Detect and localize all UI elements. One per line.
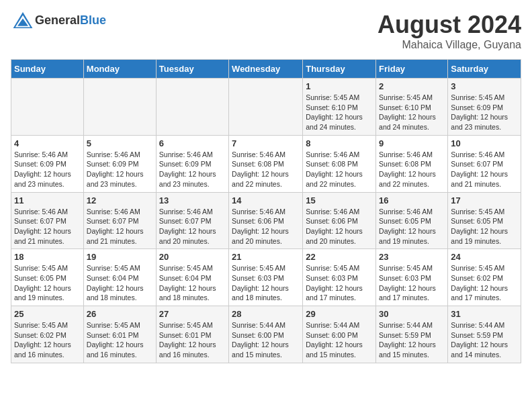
day-number: 15 [306, 195, 373, 205]
calendar-cell [229, 79, 303, 136]
calendar-cell: 20Sunrise: 5:45 AM Sunset: 6:04 PM Dayli… [156, 249, 228, 306]
day-number: 27 [159, 309, 226, 319]
day-header-monday: Monday [83, 60, 156, 79]
day-detail: Sunrise: 5:45 AM Sunset: 6:03 PM Dayligh… [232, 263, 300, 303]
day-detail: Sunrise: 5:45 AM Sunset: 6:05 PM Dayligh… [14, 263, 81, 303]
calendar-week-row: 1Sunrise: 5:45 AM Sunset: 6:10 PM Daylig… [11, 79, 521, 136]
day-detail: Sunrise: 5:45 AM Sunset: 6:09 PM Dayligh… [451, 93, 518, 132]
day-detail: Sunrise: 5:46 AM Sunset: 6:07 PM Dayligh… [159, 207, 226, 246]
calendar-cell: 10Sunrise: 5:46 AM Sunset: 6:07 PM Dayli… [448, 135, 521, 192]
calendar-cell: 13Sunrise: 5:46 AM Sunset: 6:07 PM Dayli… [156, 192, 228, 249]
page-header: GeneralBlue August 2024 Mahaica Village,… [11, 11, 521, 51]
day-number: 26 [87, 309, 153, 319]
calendar-cell: 2Sunrise: 5:45 AM Sunset: 6:10 PM Daylig… [376, 79, 448, 136]
calendar-cell: 27Sunrise: 5:45 AM Sunset: 6:01 PM Dayli… [156, 306, 228, 363]
title-block: August 2024 Mahaica Village, Guyana [378, 11, 521, 51]
day-header-tuesday: Tuesday [156, 60, 228, 79]
day-detail: Sunrise: 5:46 AM Sunset: 6:08 PM Dayligh… [379, 150, 445, 189]
day-number: 17 [451, 195, 518, 205]
day-number: 12 [87, 195, 153, 205]
day-detail: Sunrise: 5:45 AM Sunset: 6:02 PM Dayligh… [451, 263, 518, 303]
day-number: 16 [379, 195, 445, 205]
calendar-cell: 1Sunrise: 5:45 AM Sunset: 6:10 PM Daylig… [303, 79, 376, 136]
sub-title: Mahaica Village, Guyana [378, 39, 521, 51]
day-number: 24 [451, 252, 518, 262]
calendar-cell: 9Sunrise: 5:46 AM Sunset: 6:08 PM Daylig… [376, 135, 448, 192]
calendar-week-row: 25Sunrise: 5:45 AM Sunset: 6:02 PM Dayli… [11, 306, 521, 363]
day-detail: Sunrise: 5:45 AM Sunset: 6:05 PM Dayligh… [451, 207, 518, 246]
day-detail: Sunrise: 5:45 AM Sunset: 6:04 PM Dayligh… [87, 263, 153, 303]
calendar-week-row: 18Sunrise: 5:45 AM Sunset: 6:05 PM Dayli… [11, 249, 521, 306]
calendar-header-row: SundayMondayTuesdayWednesdayThursdayFrid… [11, 60, 521, 79]
day-number: 11 [14, 195, 81, 205]
day-detail: Sunrise: 5:45 AM Sunset: 6:01 PM Dayligh… [87, 320, 153, 360]
day-header-sunday: Sunday [11, 60, 84, 79]
day-detail: Sunrise: 5:44 AM Sunset: 6:00 PM Dayligh… [306, 320, 373, 360]
day-number: 21 [232, 252, 300, 262]
day-number: 22 [306, 252, 373, 262]
day-number: 23 [379, 252, 445, 262]
calendar-cell: 19Sunrise: 5:45 AM Sunset: 6:04 PM Dayli… [83, 249, 156, 306]
calendar-cell: 30Sunrise: 5:44 AM Sunset: 5:59 PM Dayli… [376, 306, 448, 363]
calendar-cell: 29Sunrise: 5:44 AM Sunset: 6:00 PM Dayli… [303, 306, 376, 363]
day-number: 13 [159, 195, 226, 205]
day-detail: Sunrise: 5:46 AM Sunset: 6:07 PM Dayligh… [451, 150, 518, 189]
calendar-cell: 15Sunrise: 5:46 AM Sunset: 6:06 PM Dayli… [303, 192, 376, 249]
calendar-cell [156, 79, 228, 136]
calendar-cell: 8Sunrise: 5:46 AM Sunset: 6:08 PM Daylig… [303, 135, 376, 192]
calendar-cell: 22Sunrise: 5:45 AM Sunset: 6:03 PM Dayli… [303, 249, 376, 306]
day-number: 30 [379, 309, 445, 319]
day-detail: Sunrise: 5:44 AM Sunset: 5:59 PM Dayligh… [379, 320, 445, 360]
day-number: 7 [232, 138, 300, 148]
calendar-table: SundayMondayTuesdayWednesdayThursdayFrid… [11, 59, 521, 363]
day-number: 29 [306, 309, 373, 319]
day-detail: Sunrise: 5:46 AM Sunset: 6:08 PM Dayligh… [232, 150, 300, 189]
day-number: 5 [87, 138, 153, 148]
day-number: 10 [451, 138, 518, 148]
day-number: 1 [306, 81, 373, 91]
calendar-cell: 3Sunrise: 5:45 AM Sunset: 6:09 PM Daylig… [448, 79, 521, 136]
day-number: 28 [232, 309, 300, 319]
calendar-cell: 16Sunrise: 5:46 AM Sunset: 6:05 PM Dayli… [376, 192, 448, 249]
day-detail: Sunrise: 5:45 AM Sunset: 6:01 PM Dayligh… [159, 320, 226, 360]
calendar-cell: 21Sunrise: 5:45 AM Sunset: 6:03 PM Dayli… [229, 249, 303, 306]
day-number: 31 [451, 309, 518, 319]
day-detail: Sunrise: 5:46 AM Sunset: 6:09 PM Dayligh… [87, 150, 153, 189]
calendar-cell: 7Sunrise: 5:46 AM Sunset: 6:08 PM Daylig… [229, 135, 303, 192]
calendar-cell: 5Sunrise: 5:46 AM Sunset: 6:09 PM Daylig… [83, 135, 156, 192]
day-detail: Sunrise: 5:46 AM Sunset: 6:06 PM Dayligh… [306, 207, 373, 246]
day-detail: Sunrise: 5:46 AM Sunset: 6:09 PM Dayligh… [14, 150, 81, 189]
calendar-cell: 25Sunrise: 5:45 AM Sunset: 6:02 PM Dayli… [11, 306, 84, 363]
day-detail: Sunrise: 5:45 AM Sunset: 6:10 PM Dayligh… [306, 93, 373, 132]
day-detail: Sunrise: 5:45 AM Sunset: 6:03 PM Dayligh… [379, 263, 445, 303]
logo: GeneralBlue [11, 11, 106, 30]
calendar-week-row: 4Sunrise: 5:46 AM Sunset: 6:09 PM Daylig… [11, 135, 521, 192]
day-detail: Sunrise: 5:46 AM Sunset: 6:07 PM Dayligh… [14, 207, 81, 246]
day-header-saturday: Saturday [448, 60, 521, 79]
calendar-week-row: 11Sunrise: 5:46 AM Sunset: 6:07 PM Dayli… [11, 192, 521, 249]
day-number: 4 [14, 138, 81, 148]
day-number: 6 [159, 138, 226, 148]
day-number: 25 [14, 309, 81, 319]
day-detail: Sunrise: 5:46 AM Sunset: 6:05 PM Dayligh… [379, 207, 445, 246]
calendar-cell: 18Sunrise: 5:45 AM Sunset: 6:05 PM Dayli… [11, 249, 84, 306]
calendar-cell [11, 79, 84, 136]
day-detail: Sunrise: 5:46 AM Sunset: 6:06 PM Dayligh… [232, 207, 300, 246]
logo-blue: Blue [80, 13, 106, 27]
day-detail: Sunrise: 5:45 AM Sunset: 6:04 PM Dayligh… [159, 263, 226, 303]
day-number: 2 [379, 81, 445, 91]
calendar-cell: 24Sunrise: 5:45 AM Sunset: 6:02 PM Dayli… [448, 249, 521, 306]
day-detail: Sunrise: 5:45 AM Sunset: 6:10 PM Dayligh… [379, 93, 445, 132]
day-detail: Sunrise: 5:46 AM Sunset: 6:07 PM Dayligh… [87, 207, 153, 246]
calendar-cell: 17Sunrise: 5:45 AM Sunset: 6:05 PM Dayli… [448, 192, 521, 249]
day-header-thursday: Thursday [303, 60, 376, 79]
day-number: 3 [451, 81, 518, 91]
day-detail: Sunrise: 5:45 AM Sunset: 6:03 PM Dayligh… [306, 263, 373, 303]
calendar-cell [83, 79, 156, 136]
day-number: 18 [14, 252, 81, 262]
day-number: 19 [87, 252, 153, 262]
day-detail: Sunrise: 5:45 AM Sunset: 6:02 PM Dayligh… [14, 320, 81, 360]
calendar-cell: 6Sunrise: 5:46 AM Sunset: 6:09 PM Daylig… [156, 135, 228, 192]
calendar-cell: 4Sunrise: 5:46 AM Sunset: 6:09 PM Daylig… [11, 135, 84, 192]
day-detail: Sunrise: 5:44 AM Sunset: 5:59 PM Dayligh… [451, 320, 518, 360]
